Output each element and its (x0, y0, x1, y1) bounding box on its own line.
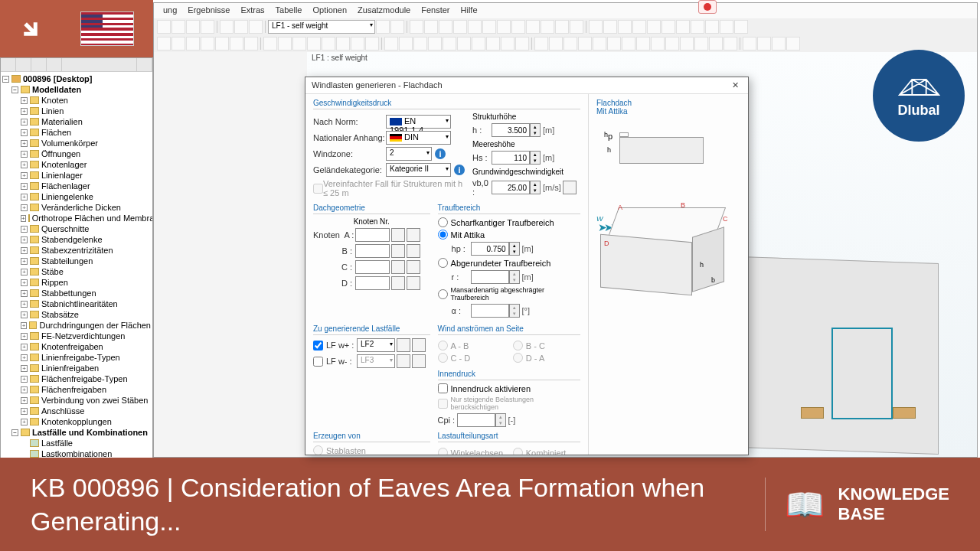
tree-item[interactable]: +Öffnungen (21, 148, 151, 159)
tb-btn[interactable] (351, 37, 364, 51)
eave-mansard-radio[interactable] (438, 289, 448, 299)
tb-btn[interactable] (622, 37, 635, 51)
tb-btn[interactable] (691, 20, 704, 34)
tree-item[interactable]: +Anschlüsse (21, 406, 151, 416)
tree-item[interactable]: +Rippen (21, 277, 151, 288)
tree-item[interactable]: +Stabbettungen (21, 288, 151, 298)
tb-btn[interactable] (734, 20, 748, 34)
height-input[interactable] (492, 123, 530, 137)
tb-btn[interactable] (292, 37, 306, 51)
spinner[interactable]: ▴▾ (530, 151, 541, 165)
tb-btn[interactable] (511, 20, 525, 34)
tb-btn[interactable] (541, 20, 554, 34)
tree-item[interactable]: +Querschnitte (21, 223, 151, 234)
tb-btn[interactable] (215, 37, 229, 51)
tree-item[interactable]: +Liniengelenke (21, 191, 151, 202)
tb-btn[interactable] (249, 20, 263, 34)
tb-btn[interactable] (593, 37, 606, 51)
tb-btn[interactable] (157, 20, 171, 34)
eave-sharp-radio[interactable] (438, 217, 448, 227)
tb-btn[interactable] (413, 37, 427, 51)
tb-btn[interactable] (482, 20, 496, 34)
tb-btn[interactable] (453, 20, 467, 34)
tb-btn[interactable] (662, 20, 675, 34)
record-button[interactable] (698, 0, 717, 14)
tb-btn[interactable] (157, 37, 171, 51)
lc-button[interactable] (397, 338, 410, 352)
tree-item[interactable]: +Stabteilungen (21, 256, 151, 266)
pick-button[interactable] (407, 276, 420, 290)
tb-btn[interactable] (468, 20, 482, 34)
menu-item[interactable]: Ergebnisse (182, 3, 235, 18)
lookup-button[interactable] (563, 181, 577, 194)
norm-combo[interactable]: EN 1991-1-4 (386, 115, 451, 129)
tb-btn[interactable] (376, 20, 390, 34)
tb-btn[interactable] (410, 20, 423, 34)
tb-btn[interactable] (589, 20, 603, 34)
pick-button[interactable] (391, 260, 405, 274)
tb-btn[interactable] (365, 37, 379, 51)
tb-btn[interactable] (439, 20, 452, 34)
navigator-tabs[interactable] (1, 58, 152, 72)
spinner[interactable]: ▴▾ (530, 181, 541, 194)
menu-item[interactable]: Extras (235, 3, 270, 18)
lfwp-combo[interactable]: LF2 (357, 338, 395, 352)
tb-btn[interactable] (636, 37, 650, 51)
tb-btn[interactable] (676, 20, 690, 34)
tb-btn[interactable] (497, 20, 511, 34)
tb-btn[interactable] (390, 20, 404, 34)
pick-button[interactable] (407, 228, 420, 242)
tb-btn[interactable] (486, 37, 500, 51)
tree-item[interactable]: +Stäbe (21, 266, 151, 277)
node-b-input[interactable] (355, 244, 390, 258)
dialog-titlebar[interactable]: Windlasten generieren - Flachdach ✕ (305, 77, 748, 94)
tree-item[interactable]: Lastfälle (21, 438, 151, 448)
tree-item[interactable]: +Linienlager (21, 170, 151, 181)
language-flag[interactable] (61, 0, 153, 57)
menu-item[interactable]: Fenster (416, 3, 455, 18)
spinner[interactable]: ▴▾ (530, 123, 541, 137)
tb-btn[interactable] (709, 37, 723, 51)
inner-pressure-checkbox[interactable] (438, 383, 448, 393)
tb-btn[interactable] (632, 20, 646, 34)
tb-btn[interactable] (618, 20, 632, 34)
spinner[interactable]: ▴▾ (509, 242, 520, 256)
tb-btn[interactable] (428, 37, 442, 51)
tree-item[interactable]: +Flächen (21, 127, 151, 138)
tb-btn[interactable] (322, 37, 335, 51)
tree-item[interactable]: +Orthotrope Flächen und Membranen (21, 213, 151, 223)
tree-item[interactable]: +FE-Netzverdichtungen (21, 331, 151, 341)
tree-item[interactable]: +Knoten (21, 95, 151, 106)
lc-button[interactable] (412, 338, 426, 352)
pick-button[interactable] (407, 260, 420, 274)
menu-bar[interactable]: ung Ergebnisse Extras Tabelle Optionen Z… (154, 3, 977, 18)
menu-item[interactable]: Zusatzmodule (352, 3, 416, 18)
tb-btn[interactable] (186, 20, 200, 34)
tree-item[interactable]: +Knotenkopplungen (21, 416, 151, 427)
tb-btn[interactable] (705, 20, 719, 34)
windzone-combo[interactable]: 2 (386, 147, 432, 161)
eave-attika-radio[interactable] (438, 230, 448, 240)
tree-item[interactable]: +Linienfreigabe-Typen (21, 352, 151, 363)
project-tree[interactable]: −000896 [Desktop] −Modelldaten +Knoten+L… (1, 72, 152, 482)
tb-btn[interactable] (757, 37, 771, 51)
tb-btn[interactable] (549, 37, 563, 51)
terrain-combo[interactable]: Kategorie II (386, 163, 451, 177)
menu-item[interactable]: Hilfe (456, 3, 483, 18)
tb-btn[interactable] (772, 37, 786, 51)
tb-btn[interactable] (172, 20, 185, 34)
pick-button[interactable] (407, 244, 420, 258)
national-annex-combo[interactable]: DIN (386, 131, 451, 145)
tb-btn[interactable] (501, 37, 514, 51)
tb-btn[interactable] (307, 37, 321, 51)
lfwm-checkbox[interactable] (313, 357, 323, 367)
tb-btn[interactable] (743, 37, 756, 51)
tree-item[interactable]: +Knotenfreigaben (21, 341, 151, 352)
tb-btn[interactable] (424, 20, 438, 34)
tree-item[interactable]: +Stabendgelenke (21, 234, 151, 245)
pick-button[interactable] (391, 244, 405, 258)
tb-btn[interactable] (234, 20, 248, 34)
tb-btn[interactable] (786, 37, 800, 51)
tree-item[interactable]: +Stabnichtlinearitäten (21, 298, 151, 309)
tree-item[interactable]: +Stabexzentrizitäten (21, 245, 151, 256)
